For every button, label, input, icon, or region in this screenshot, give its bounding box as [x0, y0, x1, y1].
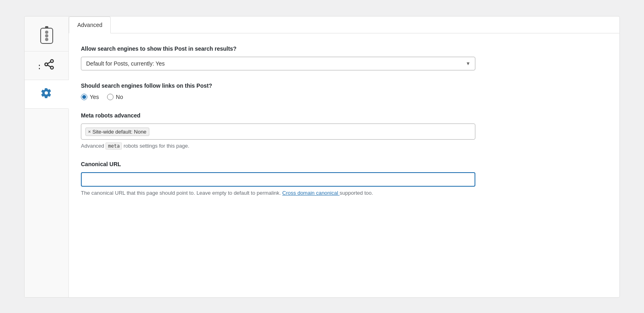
follow-links-radio-group: Yes No — [81, 94, 607, 100]
meta-robots-tag: × Site-wide default: None — [85, 128, 149, 136]
radio-no-option[interactable]: No — [107, 94, 123, 100]
search-engines-select-wrapper: Default for Posts, currently: Yes Yes No… — [81, 57, 475, 70]
meta-robots-help: Advanced meta robots settings for this p… — [81, 143, 607, 149]
svg-line-4 — [47, 62, 51, 64]
radio-no-input[interactable] — [107, 94, 114, 100]
canonical-url-label: Canonical URL — [81, 161, 607, 167]
radio-yes-label: Yes — [90, 94, 99, 100]
content-area: Allow search engines to show this Post i… — [69, 33, 619, 220]
radio-yes-option[interactable]: Yes — [81, 94, 99, 100]
traffic-light-icon — [40, 28, 53, 44]
svg-line-3 — [47, 65, 51, 67]
section-search-engines: Allow search engines to show this Post i… — [81, 45, 607, 70]
tabs-bar: Advanced — [69, 16, 619, 33]
tl-dot-top — [45, 31, 48, 34]
tl-dot-bottom — [45, 38, 48, 41]
cross-domain-canonical-link[interactable]: Cross domain canonical — [282, 190, 339, 196]
sidebar-item-traffic-light[interactable] — [25, 21, 68, 51]
canonical-url-help: The canonical URL that this page should … — [81, 190, 607, 196]
section-canonical-url: Canonical URL The canonical URL that thi… — [81, 161, 607, 196]
tag-value: Site-wide default: None — [92, 129, 146, 135]
share-icon: ∶ — [38, 59, 54, 72]
tab-advanced[interactable]: Advanced — [69, 16, 111, 33]
meta-robots-label: Meta robots advanced — [81, 112, 607, 119]
tl-dot-middle — [45, 34, 48, 37]
sidebar: ∶ — [25, 16, 69, 297]
sidebar-item-settings[interactable] — [25, 80, 69, 109]
section-meta-robots: Meta robots advanced × Site-wide default… — [81, 112, 607, 149]
search-engines-label: Allow search engines to show this Post i… — [81, 45, 607, 52]
follow-links-label: Should search engines follow links on th… — [81, 82, 607, 89]
panel: ∶ — [24, 16, 620, 298]
radio-yes-input[interactable] — [81, 94, 87, 100]
help-code: meta — [105, 142, 122, 150]
canonical-url-input[interactable] — [81, 172, 475, 187]
outer-container: ∶ — [16, 8, 628, 306]
sidebar-item-share[interactable]: ∶ — [25, 51, 68, 80]
meta-robots-field[interactable]: × Site-wide default: None — [81, 124, 475, 140]
radio-no-label: No — [116, 94, 123, 100]
cross-domain-link-text: Cross domain canonical — [282, 190, 338, 196]
tab-advanced-label: Advanced — [77, 22, 102, 28]
canonical-help-text-before: The canonical URL that this page should … — [81, 190, 281, 196]
help-text-after: robots settings for this page. — [124, 143, 189, 149]
section-follow-links: Should search engines follow links on th… — [81, 82, 607, 100]
canonical-help-text-after: supported too. — [340, 190, 373, 196]
search-engines-select[interactable]: Default for Posts, currently: Yes Yes No — [81, 57, 475, 70]
tag-remove-button[interactable]: × — [88, 129, 91, 134]
main-content: Advanced Allow search engines to show th… — [69, 16, 619, 297]
help-text-before: Advanced — [81, 143, 104, 149]
gear-icon — [41, 87, 52, 101]
